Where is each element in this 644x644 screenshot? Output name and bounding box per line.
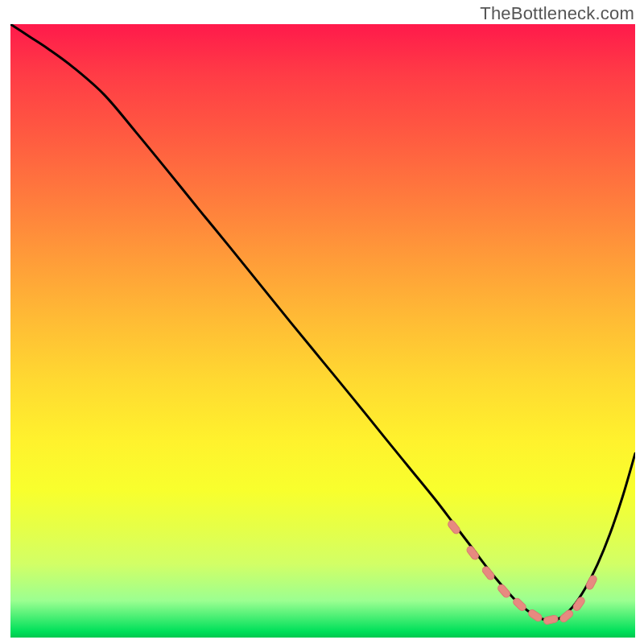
- valley-marker: [543, 615, 559, 625]
- valley-marker: [527, 609, 543, 623]
- watermark-text: TheBottleneck.com: [480, 3, 634, 24]
- valley-marker: [512, 597, 527, 612]
- valley-marker: [481, 565, 496, 581]
- valley-marker: [585, 574, 598, 590]
- bottleneck-line: [10, 24, 635, 621]
- chart-svg: [10, 24, 635, 638]
- valley-marker: [465, 545, 480, 561]
- valley-markers: [447, 519, 598, 625]
- bottleneck-curve: [10, 24, 635, 621]
- valley-marker: [497, 583, 512, 599]
- chart-frame: TheBottleneck.com: [0, 0, 644, 644]
- valley-marker: [447, 519, 461, 535]
- valley-marker: [559, 609, 575, 624]
